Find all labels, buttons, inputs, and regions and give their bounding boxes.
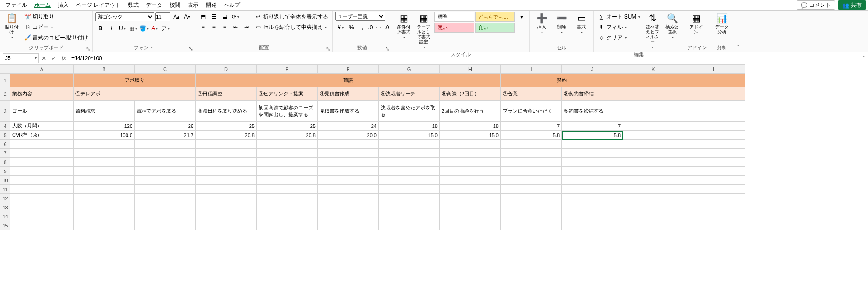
cell-B5[interactable]: 100.0 xyxy=(74,131,135,140)
cell-E8[interactable] xyxy=(257,158,318,167)
cell-A9[interactable] xyxy=(10,167,74,176)
menu-developer[interactable]: 開発 xyxy=(202,0,220,10)
cell-H10[interactable] xyxy=(440,176,501,185)
select-all-corner[interactable] xyxy=(0,65,10,74)
align-bottom-button[interactable]: ⬓ xyxy=(220,12,230,22)
format-painter-button[interactable]: 🖌️書式のコピー/貼り付け xyxy=(23,33,90,42)
cell-C10[interactable] xyxy=(135,176,196,185)
menu-help[interactable]: ヘルプ xyxy=(220,0,244,10)
cell-I15[interactable] xyxy=(501,221,562,230)
cell-F11[interactable] xyxy=(318,185,379,194)
cell-B12[interactable] xyxy=(74,194,135,203)
col-header-F[interactable]: F xyxy=(318,65,379,74)
cell-C8[interactable] xyxy=(135,158,196,167)
dialog-launcher-icon[interactable]: ⤡ xyxy=(326,46,331,51)
cell-K2[interactable] xyxy=(623,87,684,101)
accounting-format-button[interactable]: ¥▾ xyxy=(335,23,345,33)
comma-format-button[interactable]: , xyxy=(357,23,367,33)
insert-cells-button[interactable]: ➕挿入▾ xyxy=(533,12,551,35)
cell-C7[interactable] xyxy=(135,149,196,158)
cell-L8[interactable] xyxy=(684,158,745,167)
cell-D1[interactable]: 商談 xyxy=(196,74,501,87)
cell-B3[interactable]: 資料請求 xyxy=(74,101,135,122)
row-header-6[interactable]: 6 xyxy=(0,140,10,149)
cell-G10[interactable] xyxy=(379,176,440,185)
cell-F14[interactable] xyxy=(318,212,379,221)
cell-E9[interactable] xyxy=(257,167,318,176)
cell-I4[interactable]: 7 xyxy=(501,122,562,131)
cell-B6[interactable] xyxy=(74,140,135,149)
cell-K12[interactable] xyxy=(623,194,684,203)
col-header-D[interactable]: D xyxy=(196,65,257,74)
cell-F13[interactable] xyxy=(318,203,379,212)
cell-E14[interactable] xyxy=(257,212,318,221)
align-center-button[interactable]: ≡ xyxy=(209,22,219,32)
conditional-format-button[interactable]: ▦条件付き書式▾ xyxy=(395,12,413,40)
find-select-button[interactable]: 🔍検索と選択▾ xyxy=(663,12,681,40)
cell-L14[interactable] xyxy=(684,212,745,221)
cell-A8[interactable] xyxy=(10,158,74,167)
cell-K4[interactable] xyxy=(623,122,684,131)
cell-B1[interactable]: アボ取り xyxy=(74,74,196,87)
row-header-14[interactable]: 14 xyxy=(0,212,10,221)
cell-E11[interactable] xyxy=(257,185,318,194)
cell-I13[interactable] xyxy=(501,203,562,212)
cell-A14[interactable] xyxy=(10,212,74,221)
row-header-15[interactable]: 15 xyxy=(0,221,10,230)
cell-A11[interactable] xyxy=(10,185,74,194)
orientation-button[interactable]: ⟳▾ xyxy=(231,12,241,22)
phonetic-button[interactable]: ア▾ xyxy=(160,24,170,33)
font-color-button[interactable]: A▾ xyxy=(150,24,160,33)
cell-E15[interactable] xyxy=(257,221,318,230)
cell-H14[interactable] xyxy=(440,212,501,221)
cell-I10[interactable] xyxy=(501,176,562,185)
style-neutral[interactable]: どちらでも… xyxy=(475,12,515,22)
cell-L5[interactable] xyxy=(684,131,745,140)
cell-D8[interactable] xyxy=(196,158,257,167)
dialog-launcher-icon[interactable]: ⤡ xyxy=(385,46,391,51)
cell-L12[interactable] xyxy=(684,194,745,203)
cell-K5[interactable] xyxy=(623,131,684,140)
cell-F5[interactable]: 20.0 xyxy=(318,131,379,140)
addins-button[interactable]: ▦アドイン xyxy=(687,12,705,35)
cell-H6[interactable] xyxy=(440,140,501,149)
cell-G11[interactable] xyxy=(379,185,440,194)
cell-K14[interactable] xyxy=(623,212,684,221)
menu-file[interactable]: ファイル xyxy=(2,0,31,10)
cell-E13[interactable] xyxy=(257,203,318,212)
align-top-button[interactable]: ⬒ xyxy=(198,12,208,22)
wrap-text-button[interactable]: ↩折り返して全体を表示する xyxy=(253,12,330,22)
italic-button[interactable]: I xyxy=(106,24,116,33)
cell-J15[interactable] xyxy=(562,221,623,230)
cell-J6[interactable] xyxy=(562,140,623,149)
decrease-font-button[interactable]: A▾ xyxy=(182,12,192,22)
row-header-9[interactable]: 9 xyxy=(0,167,10,176)
cell-G13[interactable] xyxy=(379,203,440,212)
cell-C12[interactable] xyxy=(135,194,196,203)
cell-F2[interactable]: ④見積書作成 xyxy=(318,87,379,101)
cell-A4[interactable]: 人数（月間） xyxy=(10,122,74,131)
menu-data[interactable]: データ xyxy=(142,0,166,10)
col-header-I[interactable]: I xyxy=(501,65,562,74)
share-button[interactable]: 👥 共有 xyxy=(838,0,866,10)
cell-J11[interactable] xyxy=(562,185,623,194)
decrease-indent-button[interactable]: ⇤ xyxy=(231,22,241,32)
cell-B7[interactable] xyxy=(74,149,135,158)
cell-A15[interactable] xyxy=(10,221,74,230)
cell-A7[interactable] xyxy=(10,149,74,158)
cell-I5[interactable]: 5.8 xyxy=(501,131,562,140)
row-header-8[interactable]: 8 xyxy=(0,158,10,167)
cell-I7[interactable] xyxy=(501,149,562,158)
cell-D11[interactable] xyxy=(196,185,257,194)
cell-J2[interactable]: ⑧契約書締結 xyxy=(562,87,623,101)
cell-H8[interactable] xyxy=(440,158,501,167)
cell-J8[interactable] xyxy=(562,158,623,167)
cell-A2[interactable]: 業務内容 xyxy=(10,87,74,101)
cell-G4[interactable]: 18 xyxy=(379,122,440,131)
copy-button[interactable]: ⎘コピー▾ xyxy=(23,22,90,32)
cell-A6[interactable] xyxy=(10,140,74,149)
cell-I6[interactable] xyxy=(501,140,562,149)
cell-E5[interactable]: 20.8 xyxy=(257,131,318,140)
cell-I8[interactable] xyxy=(501,158,562,167)
cell-D10[interactable] xyxy=(196,176,257,185)
